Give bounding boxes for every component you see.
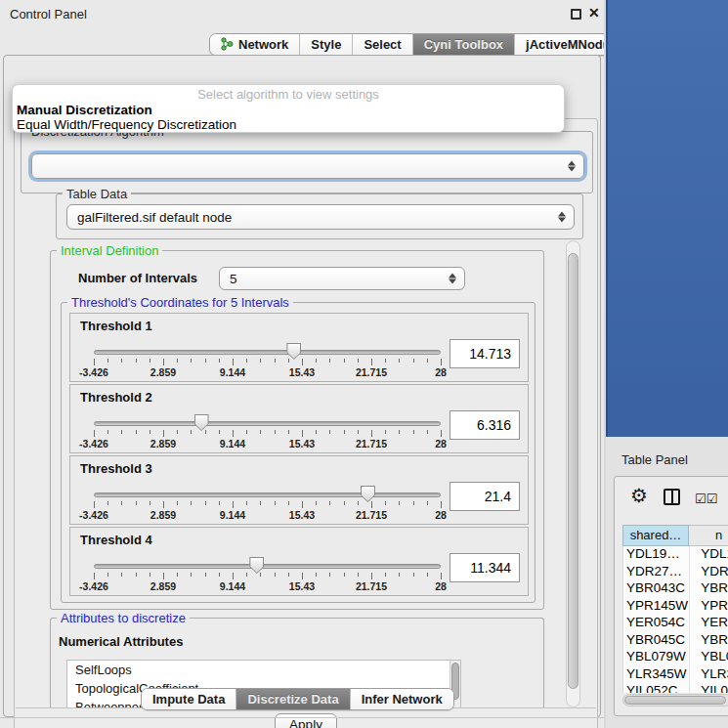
settings-scroll-viewport: Interval Definition Number of Intervals …: [15, 240, 562, 707]
slider-tick: [177, 573, 178, 577]
slider-tick: [260, 359, 261, 363]
threshold-label: Threshold 1: [80, 319, 152, 333]
table-row[interactable]: YDL19…YDL1: [623, 546, 728, 564]
table-horizontal-scrollbar[interactable]: [622, 694, 728, 707]
threshold-slider-track[interactable]: [94, 350, 441, 355]
slider-tick: [427, 501, 428, 505]
table-hscrollbar-thumb[interactable]: [624, 696, 726, 705]
threshold-value-field[interactable]: 14.713: [450, 339, 520, 368]
slider-tick: [275, 359, 276, 363]
window-bottom-edge: [0, 717, 604, 718]
table-row[interactable]: YBR043CYBR0: [623, 580, 728, 598]
slider-tick: [94, 573, 95, 579]
slider-tick: [233, 573, 234, 579]
slider-tick: [427, 430, 428, 434]
popup-item-manual-discretization[interactable]: Manual Discretization: [13, 103, 564, 117]
table-row[interactable]: YIL052CYIL0: [623, 683, 728, 693]
slider-tick: [177, 359, 178, 363]
slider-tick: [233, 359, 234, 365]
slider-tick: [399, 573, 400, 577]
algorithm-combo[interactable]: [31, 153, 584, 179]
tab-style[interactable]: Style: [300, 34, 353, 55]
threshold-slider-track[interactable]: [94, 564, 441, 569]
attribute-list-item[interactable]: SelfLoops: [67, 661, 460, 679]
slider-tick: [302, 501, 303, 508]
number-of-intervals-combo[interactable]: 5: [219, 267, 465, 290]
slider-tick: [316, 359, 317, 363]
checkbox-icons[interactable]: ☑☑: [695, 492, 717, 506]
slider-tick: [275, 501, 276, 505]
thresholds-group: Threshold's Coordinates for 5 Intervals …: [61, 302, 535, 603]
threshold-value-field[interactable]: 21.4: [450, 482, 520, 511]
slider-tick: [275, 573, 276, 577]
slider-tick: [385, 359, 386, 363]
close-icon[interactable]: ✕: [588, 5, 600, 21]
combo-stepper-icon: [449, 274, 456, 284]
slider-tick: [371, 430, 372, 437]
slider-tick: [94, 430, 95, 437]
slider-axis-label: 2.859: [134, 509, 193, 521]
threshold-value-field[interactable]: 6.316: [450, 410, 520, 440]
slider-tick: [177, 501, 178, 505]
threshold-slider-handle[interactable]: [361, 486, 375, 502]
slider-tick: [358, 359, 359, 363]
tab-infer-network[interactable]: Infer Network: [351, 689, 453, 709]
slider-tick: [205, 501, 206, 505]
slider-axis-label: 9.144: [203, 366, 262, 378]
slider-tick: [191, 430, 192, 434]
split-column-icon[interactable]: [664, 489, 680, 505]
slider-tick: [163, 573, 164, 579]
threshold-row: Threshold 2-3.4262.8599.14415.4321.71528…: [69, 384, 529, 453]
slider-tick: [413, 430, 414, 434]
threshold-slider-track[interactable]: [94, 421, 441, 426]
gear-icon[interactable]: ⚙: [630, 486, 648, 505]
slider-tick: [358, 573, 359, 577]
float-window-icon[interactable]: [571, 9, 581, 20]
threshold-value-field[interactable]: 11.344: [450, 553, 520, 582]
main-scrollbar-thumb[interactable]: [568, 253, 578, 689]
popup-item-equal-width-frequency[interactable]: Equal Width/Frequency Discretization: [13, 117, 564, 132]
slider-tick: [358, 430, 359, 434]
slider-tick: [385, 573, 386, 577]
tab-network[interactable]: Network: [210, 34, 300, 55]
threshold-row: Threshold 1-3.4262.8599.14415.4321.71528…: [69, 313, 529, 382]
slider-tick: [441, 430, 442, 437]
threshold-slider-handle[interactable]: [194, 414, 209, 431]
tab-discretize-data[interactable]: Discretize Data: [236, 689, 350, 709]
slider-tick: [136, 501, 137, 505]
table-row[interactable]: YER054CYER0: [623, 615, 728, 632]
slider-tick: [163, 430, 164, 437]
slider-tick: [358, 501, 359, 505]
table-body[interactable]: YDL19…YDL1YDR27…YDR2YBR043CYBR0YPR145WYP…: [622, 546, 728, 693]
slider-tick: [121, 359, 122, 363]
table-row[interactable]: YBL079WYBL0: [623, 649, 728, 666]
tab-impute-data[interactable]: Impute Data: [142, 689, 236, 709]
table-row[interactable]: YBR045CYBR0: [623, 632, 728, 650]
table-row[interactable]: YDR27…YDR2: [623, 564, 728, 581]
slider-tick: [246, 501, 247, 505]
column-header-shared-name[interactable]: shared…: [622, 525, 689, 546]
discretization-algorithm-group: Discretization Algorithm: [21, 131, 593, 193]
slider-tick: [260, 430, 261, 434]
slider-tick: [344, 359, 345, 363]
threshold-slider-handle[interactable]: [249, 557, 264, 574]
threshold-slider-handle[interactable]: [286, 343, 301, 360]
tab-select[interactable]: Select: [353, 34, 412, 55]
slider-tick: [288, 430, 289, 434]
combo-stepper-icon: [558, 212, 566, 223]
main-scrollbar[interactable]: [566, 240, 580, 707]
slider-axis-label: 9.144: [203, 509, 262, 521]
slider-tick: [329, 573, 330, 577]
threshold-slider-track[interactable]: [94, 492, 441, 497]
column-header-name[interactable]: n: [689, 525, 728, 546]
apply-button[interactable]: Apply: [275, 713, 337, 728]
threshold-label: Threshold 2: [80, 390, 152, 405]
slider-axis-label: 21.715: [342, 580, 401, 592]
tab-cyni-toolbox[interactable]: Cyni Toolbox: [413, 34, 515, 55]
slider-tick: [150, 501, 150, 505]
table-row[interactable]: YPR145WYPR1: [623, 598, 728, 616]
slider-tick: [427, 573, 428, 577]
table-row[interactable]: YLR345WYLR3: [623, 666, 728, 684]
algorithm-dropdown-popup: Select algorithm to view settings Manual…: [12, 84, 565, 133]
table-data-combo[interactable]: galFiltered.sif default node: [66, 204, 575, 230]
